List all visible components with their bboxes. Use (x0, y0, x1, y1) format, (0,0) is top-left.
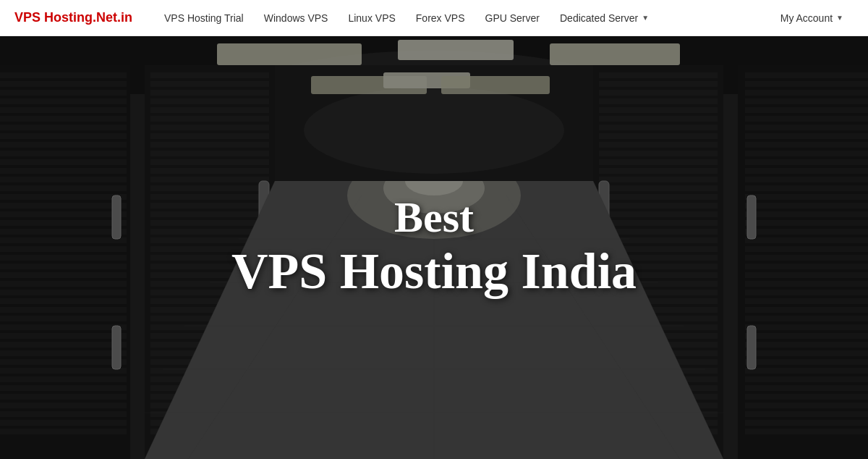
navbar: VPS Hosting.Net.in VPS Hosting Trial Win… (0, 0, 868, 36)
hero-section: Best VPS Hosting India (0, 36, 868, 459)
hero-content: Best VPS Hosting India (0, 36, 868, 459)
nav-gpu-server[interactable]: GPU Server (475, 0, 550, 36)
nav-vps-hosting-trial[interactable]: VPS Hosting Trial (154, 0, 254, 36)
nav-windows-vps[interactable]: Windows VPS (254, 0, 339, 36)
dedicated-server-dropdown-icon: ▼ (642, 14, 649, 22)
nav-links: VPS Hosting Trial Windows VPS Linux VPS … (154, 0, 770, 36)
nav-linux-vps[interactable]: Linux VPS (338, 0, 405, 36)
nav-dedicated-server-label: Dedicated Server (560, 12, 638, 24)
nav-logo[interactable]: VPS Hosting.Net.in (14, 10, 132, 25)
hero-line2: VPS Hosting India (231, 241, 637, 302)
my-account-dropdown-icon: ▼ (836, 14, 843, 22)
nav-forex-vps[interactable]: Forex VPS (406, 0, 475, 36)
my-account-label: My Account (780, 12, 833, 24)
nav-my-account[interactable]: My Account ▼ (770, 0, 854, 36)
nav-right: My Account ▼ (770, 0, 854, 36)
nav-dedicated-server[interactable]: Dedicated Server ▼ (550, 0, 659, 36)
hero-line1: Best (394, 193, 474, 241)
